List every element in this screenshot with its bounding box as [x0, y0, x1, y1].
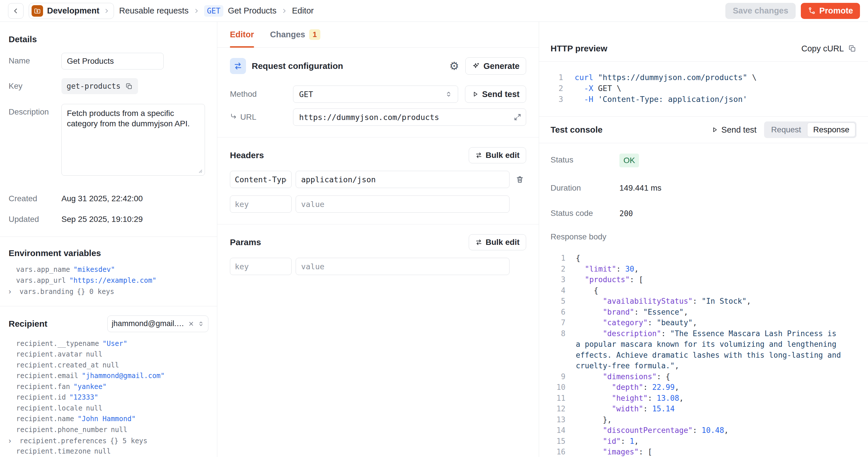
copy-icon[interactable]	[125, 82, 133, 90]
project-switcher[interactable]: Development	[29, 3, 114, 19]
method-select[interactable]: GET	[293, 86, 458, 103]
recipient-title: Recipient	[9, 319, 48, 329]
headers-title: Headers	[230, 150, 264, 160]
section-divider	[0, 237, 217, 237]
generate-button[interactable]: Generate	[465, 57, 526, 74]
details-title: Details	[9, 34, 208, 44]
toggle-response[interactable]: Response	[807, 123, 856, 137]
resize-handle-icon[interactable]	[196, 167, 203, 173]
play-icon	[711, 126, 718, 133]
name-input[interactable]	[61, 53, 164, 69]
variable-row: recipient.email"jhammond@gmail.com"	[9, 372, 208, 383]
chevron-right-icon[interactable]: ›	[9, 287, 16, 296]
expand-icon[interactable]	[514, 113, 522, 121]
env-var-list: vars.app_name"mikesdev"vars.app_url"http…	[9, 266, 208, 298]
variable-value: "mikesdev"	[73, 266, 115, 274]
url-input[interactable]	[293, 109, 526, 126]
key-value: get-products	[67, 82, 121, 90]
promote-button[interactable]: Promote	[801, 3, 860, 19]
duration-label: Duration	[551, 182, 619, 193]
line-number: 8	[551, 328, 565, 339]
header-value-input[interactable]	[296, 171, 509, 188]
code-line: 4 {	[551, 285, 857, 296]
params-bulk-edit-button[interactable]: Bulk edit	[469, 234, 526, 250]
description-textarea[interactable]: Fetch products from a specific category …	[61, 104, 205, 176]
line-number: 3	[551, 94, 563, 105]
console-send-test-label: Send test	[721, 125, 756, 134]
variable-name: recipient.timezone	[16, 447, 91, 455]
variable-name: recipient.fan	[16, 383, 70, 391]
variable-name: vars.branding	[20, 287, 73, 296]
variable-value: "https://example.com"	[69, 276, 156, 284]
headers-bulk-edit-button[interactable]: Bulk edit	[469, 147, 526, 163]
variable-row[interactable]: ›vars.branding{} 0 keys	[9, 287, 208, 298]
back-button[interactable]	[8, 3, 24, 19]
variable-value: null	[94, 447, 111, 455]
variable-value: null	[86, 404, 102, 412]
param-value-input[interactable]	[296, 258, 509, 275]
line-number: 11	[551, 393, 565, 404]
chevron-right-icon	[193, 8, 199, 14]
variable-row: recipient.created_atnull	[9, 361, 208, 372]
updated-label: Updated	[9, 211, 61, 224]
project-name: Development	[47, 6, 99, 16]
header-key-input-empty[interactable]	[230, 195, 291, 213]
method-label: Method	[230, 86, 293, 103]
variable-name: recipient.email	[16, 372, 79, 380]
save-changes-button[interactable]: Save changes	[725, 3, 796, 19]
description-label: Description	[9, 104, 61, 117]
breadcrumb-requests[interactable]: Reusable requests	[119, 6, 189, 16]
variable-row: recipient.timezonenull	[9, 447, 208, 457]
code-line: 8 "description": "The Essence Mascara La…	[551, 328, 857, 339]
swap-icon	[475, 152, 482, 159]
variable-row[interactable]: ›recipient.preferences{} 5 keys	[9, 436, 208, 447]
code-line: 6 "brand": "Essence",	[551, 307, 857, 318]
line-number: 1	[551, 253, 565, 264]
response-body-code: 1{2 "limit": 30,3 "products": [4 {5 "ava…	[551, 253, 857, 457]
line-number: 3	[551, 274, 565, 285]
copy-curl-button[interactable]: Copy cURL	[801, 44, 857, 53]
variable-name: recipient.avatar	[16, 350, 82, 358]
key-pill: get-products	[61, 78, 138, 94]
code-line: 9 "dimensions": {	[551, 371, 857, 383]
breadcrumb: Reusable requests GET Get Products Edito…	[119, 5, 314, 17]
variable-row: recipient.fan"yankee"	[9, 383, 208, 394]
generate-label: Generate	[484, 61, 520, 71]
bulk-edit-label: Bulk edit	[486, 151, 520, 160]
tab-editor[interactable]: Editor	[230, 22, 254, 48]
header-value-input-empty[interactable]	[296, 195, 509, 213]
preview-panel: HTTP preview Copy cURL 1curl "https://du…	[539, 22, 868, 457]
toggle-request[interactable]: Request	[765, 123, 807, 137]
chevron-right-icon[interactable]: ›	[9, 436, 16, 445]
swap-icon	[475, 239, 482, 246]
key-label: Key	[9, 78, 61, 91]
line-number: 13	[551, 415, 565, 425]
send-test-button[interactable]: Send test	[465, 86, 526, 103]
delete-header-button[interactable]	[514, 171, 526, 188]
param-key-input[interactable]	[230, 258, 291, 275]
code-line: 16 "images": [	[551, 447, 857, 457]
status-badge: OK	[619, 154, 639, 167]
console-send-test-button[interactable]: Send test	[711, 125, 756, 134]
variable-row: vars.app_url"https://example.com"	[9, 276, 208, 287]
code-line: cruelty-free formula.",	[551, 361, 857, 371]
clear-icon[interactable]	[188, 321, 194, 327]
line-number	[551, 361, 565, 371]
recipient-var-list: recipient.__typename"User"recipient.avat…	[9, 340, 208, 457]
response-body-label: Response body	[551, 232, 607, 241]
code-line: 2 -X GET \	[551, 83, 857, 94]
variable-row: recipient.name"John Hammond"	[9, 415, 208, 426]
line-number: 7	[551, 317, 565, 328]
gear-icon[interactable]: ⚙	[449, 61, 459, 71]
breadcrumb-request-name[interactable]: Get Products	[228, 6, 276, 16]
name-label: Name	[9, 53, 61, 65]
line-number: 2	[551, 264, 565, 275]
code-line: 2 "limit": 30,	[551, 264, 857, 275]
code-line: 14 "discountPercentage": 10.48,	[551, 425, 857, 436]
tab-changes[interactable]: Changes 1	[270, 22, 320, 48]
chevron-left-icon	[12, 7, 20, 14]
recipient-select[interactable]: jhammond@gmail.com	[107, 315, 208, 332]
header-key-input[interactable]	[230, 171, 291, 188]
line-number: 16	[551, 447, 565, 457]
method-value: GET	[299, 90, 313, 99]
